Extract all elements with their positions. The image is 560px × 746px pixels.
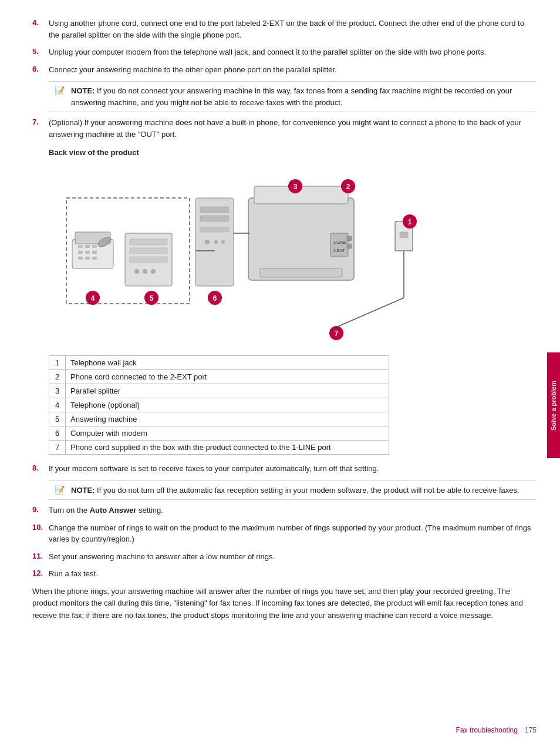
step-12: 12.Run a fax test. [32, 568, 537, 580]
note-1-text: If you do not connect your answering mac… [71, 86, 512, 107]
svg-rect-26 [200, 216, 229, 221]
note-2-box: 📝 NOTE: If you do not turn off the autom… [49, 480, 537, 500]
note-2-content: NOTE: If you do not turn off the automat… [71, 485, 519, 496]
step-6: 6. Connect your answering machine to the… [32, 64, 537, 76]
page-number: 175 [525, 726, 537, 734]
legend-text: Parallel splitter [66, 384, 389, 398]
legend-row: 2Phone cord connected to the 2-EXT port [49, 370, 389, 384]
step-12-num: 12. [32, 568, 49, 577]
note-1-label: NOTE: [71, 86, 95, 95]
svg-rect-9 [78, 257, 83, 260]
svg-point-29 [214, 240, 218, 244]
step-12-text: Run a fax test. [49, 568, 537, 580]
svg-rect-11 [92, 257, 97, 260]
svg-rect-10 [85, 257, 90, 260]
legend-text: Phone cord supplied in the box with the … [66, 441, 389, 455]
diagram-section: Back view of the product [49, 148, 537, 455]
svg-text:2: 2 [346, 183, 350, 191]
step-8-num: 8. [32, 463, 49, 472]
main-content: 4. Using another phone cord, connect one… [0, 0, 560, 646]
legend-text: Computer with modem [66, 426, 389, 441]
svg-rect-46 [400, 232, 408, 238]
page-container: Solve a problem 4. Using another phone c… [0, 0, 560, 746]
note-icon-2: 📝 [55, 485, 66, 495]
legend-row: 1Telephone wall jack [49, 356, 389, 370]
step-7: 7. (Optional) If your answering machine … [32, 117, 537, 140]
step-4-text: Using another phone cord, connect one en… [49, 18, 537, 41]
step-8: 8. If your modem software is set to rece… [32, 463, 537, 475]
legend-num: 3 [49, 384, 66, 398]
legend-text: Telephone (optional) [66, 398, 389, 412]
legend-num: 6 [49, 426, 66, 441]
step-11-num: 11. [32, 551, 49, 560]
svg-rect-4 [85, 245, 90, 248]
step-9-num: 9. [32, 505, 49, 514]
legend-row: 7Phone cord supplied in the box with the… [49, 441, 389, 455]
svg-text:6: 6 [213, 294, 217, 303]
legend-table: 1Telephone wall jack2Phone cord connecte… [49, 355, 389, 455]
step-5-num: 5. [32, 46, 49, 56]
note-1-content: NOTE: If you do not connect your answeri… [71, 85, 531, 108]
svg-rect-17 [130, 248, 167, 254]
step-6-num: 6. [32, 64, 49, 73]
diagram-svg: 4 5 [49, 163, 424, 357]
svg-rect-27 [200, 227, 229, 232]
step-7-text: (Optional) If your answering machine doe… [49, 117, 537, 140]
svg-rect-40 [347, 244, 352, 248]
closing-paragraph: When the phone rings, your answering mac… [32, 586, 537, 622]
svg-text:5: 5 [150, 294, 154, 303]
step-10: 10.Change the number of rings to wait on… [32, 522, 537, 545]
svg-rect-35 [260, 268, 342, 277]
svg-rect-8 [92, 251, 97, 254]
legend-num: 1 [49, 356, 66, 370]
step-5: 5. Unplug your computer modem from the t… [32, 46, 537, 58]
step-4: 4. Using another phone cord, connect one… [32, 18, 537, 41]
legend-num: 5 [49, 412, 66, 426]
step-8-text: If your modem software is set to receive… [49, 463, 537, 475]
svg-point-19 [134, 269, 139, 274]
note-icon-1: 📝 [55, 86, 66, 95]
legend-text: Telephone wall jack [66, 356, 389, 370]
legend-num: 4 [49, 398, 66, 412]
step-9: 9.Turn on the Auto Answer setting. [32, 505, 537, 516]
svg-text:7: 7 [335, 330, 339, 338]
legend-text: Phone cord connected to the 2-EXT port [66, 370, 389, 384]
legend-num: 2 [49, 370, 66, 384]
step-10-text: Change the number of rings to wait on th… [49, 522, 537, 545]
svg-rect-5 [92, 245, 97, 248]
svg-text:2-EXT: 2-EXT [333, 248, 346, 253]
legend-num: 7 [49, 441, 66, 455]
svg-rect-3 [78, 245, 83, 248]
svg-text:3: 3 [294, 183, 298, 191]
steps-9-12: 9.Turn on the Auto Answer setting.10.Cha… [32, 505, 537, 580]
svg-text:1: 1 [408, 218, 412, 226]
side-tab: Solve a problem [547, 352, 560, 458]
svg-line-52 [336, 298, 404, 327]
legend-row: 3Parallel splitter [49, 384, 389, 398]
legend-text: Answering machine [66, 412, 389, 426]
step-5-text: Unplug your computer modem from the tele… [49, 46, 537, 58]
svg-text:1-LINE: 1-LINE [333, 240, 346, 244]
svg-text:4: 4 [91, 294, 95, 303]
svg-point-20 [143, 269, 147, 274]
svg-point-30 [221, 240, 225, 244]
svg-rect-16 [130, 239, 167, 245]
step-9-text: Turn on the Auto Answer setting. [49, 505, 537, 516]
step-11-text: Set your answering machine to answer aft… [49, 551, 537, 563]
legend-row: 5Answering machine [49, 412, 389, 426]
svg-rect-25 [200, 207, 229, 213]
step-6-text: Connect your answering machine to the ot… [49, 64, 537, 76]
svg-rect-39 [347, 236, 352, 241]
legend-row: 4Telephone (optional) [49, 398, 389, 412]
diagram-container: 4 5 [49, 163, 424, 351]
svg-rect-7 [85, 251, 90, 254]
svg-rect-6 [78, 251, 83, 254]
svg-point-21 [151, 269, 156, 274]
page-footer: Fax troubleshooting 175 [0, 726, 560, 734]
note-1-box: 📝 NOTE: If you do not connect your answe… [49, 81, 537, 112]
svg-rect-36 [330, 233, 348, 257]
footer-label: Fax troubleshooting [456, 726, 518, 734]
note-2-label: NOTE: [71, 486, 95, 495]
legend-row: 6Computer with modem [49, 426, 389, 441]
side-tab-label: Solve a problem [550, 381, 557, 431]
